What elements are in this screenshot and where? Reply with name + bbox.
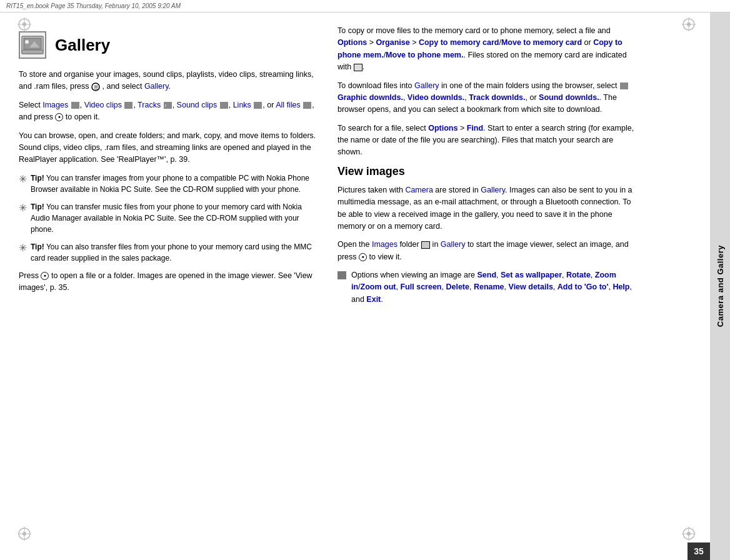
gallery-title: Gallery bbox=[55, 36, 110, 55]
note-icon bbox=[338, 271, 346, 279]
view-images-header: View images bbox=[338, 165, 638, 178]
svg-rect-18 bbox=[22, 50, 43, 54]
reg-mark-br bbox=[682, 527, 696, 542]
header-text: RIT15_en.book Page 35 Thursday, February… bbox=[6, 2, 181, 9]
gallery-title-section: Gallery bbox=[19, 31, 319, 59]
tip-2: ✳ Tip! You can transfer music files from… bbox=[19, 201, 319, 235]
tip-text-1: Tip! You can transfer images from your p… bbox=[31, 172, 319, 195]
download-note: To download files into Gallery in one of… bbox=[338, 80, 638, 116]
svg-text:☰: ☰ bbox=[94, 85, 98, 91]
tip-1: ✳ Tip! You can transfer images from your… bbox=[19, 172, 319, 195]
view-images-body: Pictures taken with Camera are stored in… bbox=[338, 184, 638, 233]
left-column: Gallery To store and organise your image… bbox=[19, 25, 319, 548]
intro-text: To store and organise your images, sound… bbox=[19, 69, 319, 93]
right-sidebar: Camera and Gallery bbox=[710, 12, 730, 560]
reg-mark-tr bbox=[682, 18, 696, 33]
search-note: To search for a file, select Options > F… bbox=[338, 122, 638, 159]
right-column: To copy or move files to the memory card… bbox=[338, 25, 638, 548]
tip-text-3: Tip! You can also transfer files from yo… bbox=[31, 241, 319, 264]
tip-3: ✳ Tip! You can also transfer files from … bbox=[19, 241, 319, 264]
options-list-text: Options when viewing an image are Send, … bbox=[351, 269, 638, 306]
press-note: Press ● to open a file or a folder. Imag… bbox=[19, 270, 319, 294]
reg-mark-bl bbox=[18, 527, 31, 542]
gallery-link: Gallery bbox=[144, 82, 169, 91]
copy-note: To copy or move files to the memory card… bbox=[338, 25, 638, 74]
open-images-note: Open the Images folder in Gallery to sta… bbox=[338, 239, 638, 263]
options-note: Options when viewing an image are Send, … bbox=[338, 269, 638, 306]
sidebar-label: Camera and Gallery bbox=[716, 245, 725, 327]
body-text-1: You can browse, open, and create folders… bbox=[19, 130, 319, 166]
svg-point-19 bbox=[25, 40, 29, 44]
tip-icon-2: ✳ bbox=[19, 201, 27, 216]
tip-icon-3: ✳ bbox=[19, 241, 27, 256]
tip-icon-1: ✳ bbox=[19, 172, 27, 187]
tip-text-2: Tip! You can transfer music files from y… bbox=[31, 201, 319, 235]
gallery-icon bbox=[19, 31, 46, 59]
header-bar: RIT15_en.book Page 35 Thursday, February… bbox=[0, 0, 730, 12]
select-line: Select Images , Video clips , Tracks ♪, … bbox=[19, 99, 319, 124]
reg-mark-tl bbox=[18, 18, 31, 33]
page-number: 35 bbox=[688, 542, 710, 560]
